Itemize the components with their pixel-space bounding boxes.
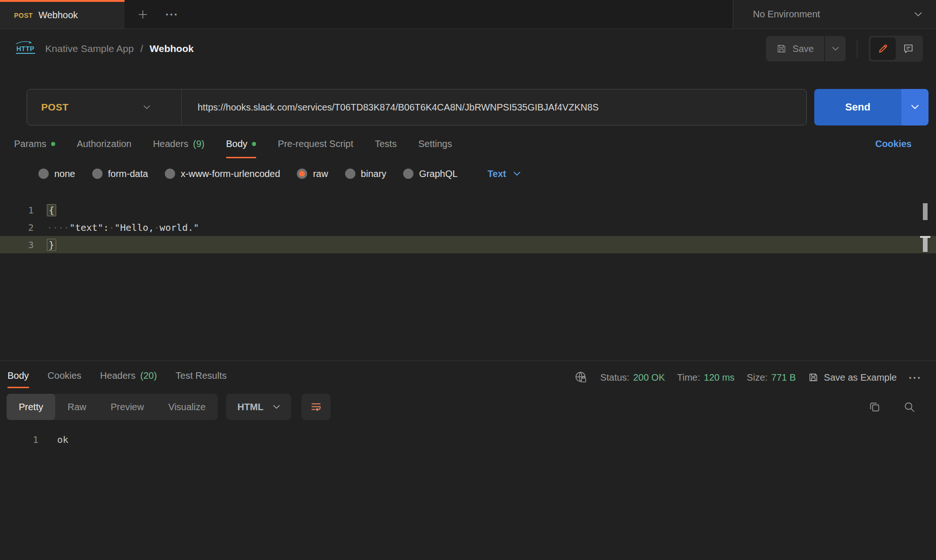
send-split-button: Send — [814, 89, 929, 125]
tab-label: Test Results — [176, 370, 227, 381]
search-icon[interactable] — [903, 401, 915, 413]
line-content: ok — [38, 434, 68, 445]
view-tab-pretty[interactable]: Pretty — [7, 394, 55, 420]
mode-label: none — [54, 169, 75, 179]
environment-label: No Environment — [753, 9, 820, 20]
send-button[interactable]: Send — [814, 89, 901, 125]
tab-params[interactable]: Params — [14, 139, 55, 157]
pencil-icon — [877, 43, 889, 54]
postman-app: POST Webhook ••• No Environment HTTP Kna… — [0, 0, 936, 560]
tab-options-icon[interactable]: ••• — [166, 11, 179, 18]
new-tab-plus-icon[interactable] — [137, 8, 149, 21]
open-request-tab[interactable]: POST Webhook — [0, 0, 125, 29]
code-line[interactable]: 1{ — [0, 201, 936, 219]
copy-icon[interactable] — [869, 401, 881, 413]
save-icon — [808, 372, 818, 383]
line-content: { — [34, 205, 56, 216]
save-as-example-button[interactable]: Save as Example — [808, 372, 897, 383]
radio-icon — [345, 169, 355, 179]
method-dropdown[interactable]: POST — [27, 89, 182, 125]
response-options-icon[interactable]: ••• — [909, 374, 922, 381]
response-tab-headers[interactable]: Headers(20) — [100, 370, 157, 387]
send-options-button[interactable] — [901, 89, 929, 125]
breadcrumb-separator: / — [140, 43, 143, 54]
line-content: } — [34, 239, 56, 251]
code-line[interactable]: 3} — [0, 236, 936, 253]
editor-scrollbar-thumb[interactable] — [923, 203, 928, 220]
url-input[interactable] — [182, 89, 806, 125]
size-pair: Size: 771 B — [747, 372, 796, 383]
tab-body[interactable]: Body — [226, 139, 257, 158]
tab-settings[interactable]: Settings — [418, 139, 452, 157]
wrap-text-button[interactable] — [302, 394, 331, 420]
mode-none[interactable]: none — [38, 169, 75, 179]
save-split-button: Save — [766, 36, 846, 61]
mode-label: binary — [361, 169, 386, 179]
view-tab-raw[interactable]: Raw — [55, 394, 98, 420]
radio-icon-selected — [297, 169, 307, 179]
tab-method-label: POST — [14, 12, 33, 19]
globe-lock-icon[interactable] — [574, 370, 588, 384]
mode-label: form-data — [108, 169, 148, 179]
comment-button[interactable] — [896, 37, 921, 60]
radio-icon — [92, 169, 103, 179]
tab-label: Pre-request Script — [278, 139, 353, 149]
line-number: 1 — [0, 205, 34, 216]
code-line[interactable]: 1ok — [0, 431, 936, 448]
tab-pre-request-script[interactable]: Pre-request Script — [278, 139, 353, 157]
radio-icon — [38, 169, 49, 179]
request-tab-bar: POST Webhook ••• No Environment — [0, 0, 936, 29]
response-language-dropdown[interactable]: HTML — [226, 394, 291, 420]
mode-x-www-form-urlencoded[interactable]: x-www-form-urlencoded — [165, 169, 280, 179]
tab-headers[interactable]: Headers(9) — [153, 139, 205, 157]
save-button[interactable]: Save — [766, 36, 824, 61]
mode-binary[interactable]: binary — [345, 169, 386, 179]
status-pair: Status: 200 OK — [600, 372, 665, 383]
code-line[interactable]: 2····"text":·"Hello,·world." — [0, 219, 936, 236]
save-options-button[interactable] — [825, 36, 846, 61]
time-label: Time: — [677, 372, 700, 383]
response-view-switcher: Pretty Raw Preview Visualize — [7, 394, 218, 420]
response-tab-cookies[interactable]: Cookies — [48, 370, 81, 387]
edit-comment-toggle — [869, 36, 923, 62]
editor-scrollbar-cursor — [923, 238, 928, 252]
method-label: POST — [41, 102, 68, 113]
request-body-editor[interactable]: 1{2····"text":·"Hello,·world."3} — [0, 199, 936, 361]
response-meta: Status: 200 OK Time: 120 ms Size: 771 B … — [574, 370, 922, 384]
cookies-link[interactable]: Cookies — [875, 139, 912, 149]
response-tab-body[interactable]: Body — [7, 370, 29, 388]
status-label: Status: — [600, 372, 629, 383]
line-number: 1 — [0, 434, 38, 445]
request-tabs: Params Authorization Headers(9) Body Pre… — [0, 125, 936, 156]
status-value: 200 OK — [633, 372, 665, 383]
mode-form-data[interactable]: form-data — [92, 169, 148, 179]
radio-icon — [403, 169, 413, 179]
view-tab-preview[interactable]: Preview — [98, 394, 156, 420]
tab-title: Webhook — [38, 10, 78, 21]
response-body-viewer[interactable]: 1ok — [0, 423, 936, 448]
editor-lines: 1{2····"text":·"Hello,·world."3} — [0, 201, 936, 253]
tab-label: Params — [14, 139, 46, 149]
url-container: POST — [27, 89, 807, 125]
chevron-down-icon — [143, 105, 150, 110]
view-tab-visualize[interactable]: Visualize — [156, 394, 218, 420]
tab-label: Settings — [418, 139, 452, 149]
response-lines: 1ok — [0, 431, 936, 448]
response-tab-test-results[interactable]: Test Results — [176, 370, 227, 387]
response-action-icons — [869, 401, 915, 413]
body-mode-row: none form-data x-www-form-urlencoded raw… — [0, 163, 936, 184]
breadcrumb-collection[interactable]: Knative Sample App — [45, 43, 134, 54]
tab-authorization[interactable]: Authorization — [77, 139, 132, 157]
comment-icon — [903, 43, 914, 54]
line-number: 2 — [0, 222, 34, 233]
raw-language-dropdown[interactable]: Text — [487, 169, 520, 179]
green-dot — [51, 142, 55, 146]
breadcrumb-request-name[interactable]: Webhook — [150, 43, 194, 54]
edit-mode-button[interactable] — [870, 37, 896, 60]
mode-raw[interactable]: raw — [297, 169, 328, 179]
tab-tests[interactable]: Tests — [375, 139, 397, 157]
chevron-down-icon — [914, 12, 922, 17]
time-value: 120 ms — [704, 372, 735, 383]
environment-selector[interactable]: No Environment — [733, 0, 936, 29]
mode-graphql[interactable]: GraphQL — [403, 169, 457, 179]
